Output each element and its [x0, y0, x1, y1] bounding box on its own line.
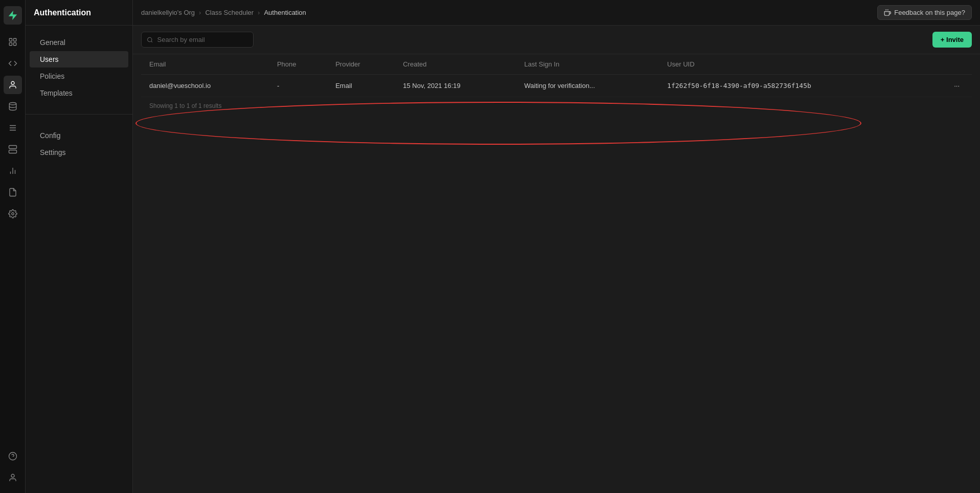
logo-icon[interactable] [4, 6, 22, 25]
breadcrumb-project[interactable]: Class Scheduler [205, 9, 254, 16]
col-header-email: Email [141, 54, 269, 75]
breadcrumb-sep2: › [258, 9, 260, 16]
col-header-phone: Phone [269, 54, 327, 75]
col-header-created: Created [395, 54, 516, 75]
breadcrumb-sep1: › [199, 9, 201, 16]
nav-icon-account[interactable] [4, 468, 22, 487]
nav-icon-editor[interactable] [4, 54, 22, 73]
cell-phone: - [269, 75, 327, 97]
sidebar-item-policies[interactable]: Policies [30, 68, 128, 84]
sidebar-item-users[interactable]: Users [30, 51, 128, 68]
header-bar: danielkellyio's Org › Class Scheduler › … [133, 0, 980, 26]
svg-point-6 [9, 103, 16, 105]
breadcrumb-org[interactable]: danielkellyio's Org [141, 9, 195, 16]
cell-created: 15 Nov, 2021 16:19 [395, 75, 516, 97]
col-header-last-signin: Last Sign In [516, 54, 659, 75]
col-header-uid: User UID [659, 54, 922, 75]
icon-sidebar [0, 0, 26, 493]
page-title: Authentication [26, 0, 132, 26]
svg-point-15 [9, 453, 16, 460]
sidebar-item-general[interactable]: General [30, 34, 128, 51]
cell-last-signin: Waiting for verification... [516, 75, 659, 97]
row-menu-icon[interactable]: ··· [950, 80, 964, 92]
nav-icon-reports[interactable] [4, 183, 22, 201]
nav-icon-settings[interactable] [4, 205, 22, 223]
nav-icon-database[interactable] [4, 97, 22, 116]
breadcrumb: danielkellyio's Org › Class Scheduler › … [141, 9, 306, 16]
svg-marker-0 [8, 11, 17, 20]
feedback-button[interactable]: Feedback on this page? [877, 5, 972, 20]
nav-icon-auth[interactable] [4, 76, 22, 94]
nav-icon-help[interactable] [4, 447, 22, 465]
users-table: Email Phone Provider Created Last Sign I… [141, 54, 972, 97]
invite-button[interactable]: + Invite [932, 32, 972, 48]
nav-icon-storage[interactable] [4, 140, 22, 159]
svg-rect-8 [9, 150, 16, 153]
table-header: Email Phone Provider Created Last Sign I… [141, 54, 972, 75]
invite-label: + Invite [941, 36, 964, 43]
svg-rect-1 [9, 38, 12, 41]
nav-icon-analytics[interactable] [4, 162, 22, 180]
search-box[interactable] [141, 32, 254, 48]
cell-actions[interactable]: ··· [922, 75, 972, 97]
left-sidebar: Authentication General Users Policies Te… [26, 0, 133, 493]
svg-point-5 [11, 81, 14, 84]
svg-rect-2 [13, 38, 16, 41]
toolbar: + Invite [133, 26, 980, 54]
cell-provider: Email [327, 75, 395, 97]
feedback-label: Feedback on this page? [894, 9, 965, 16]
sidebar-item-settings[interactable]: Settings [30, 144, 128, 161]
svg-line-22 [151, 41, 152, 42]
table-container: Email Phone Provider Created Last Sign I… [133, 54, 980, 493]
svg-rect-3 [9, 43, 12, 46]
search-input[interactable] [157, 36, 248, 43]
results-count: Showing 1 to 1 of 1 results [141, 97, 972, 115]
svg-point-21 [148, 37, 152, 41]
nav-icon-functions[interactable] [4, 119, 22, 137]
svg-rect-7 [9, 146, 16, 149]
menu-section-bottom: Config Settings [26, 119, 132, 169]
nav-icon-home[interactable] [4, 33, 22, 51]
svg-point-17 [11, 474, 14, 477]
svg-point-14 [11, 213, 14, 215]
table-body: daniel@vueschool.io - Email 15 Nov, 2021… [141, 75, 972, 97]
cell-email: daniel@vueschool.io [141, 75, 269, 97]
sidebar-item-config[interactable]: Config [30, 127, 128, 144]
col-header-provider: Provider [327, 54, 395, 75]
feedback-icon [884, 9, 891, 16]
search-icon [147, 36, 153, 43]
svg-rect-4 [13, 43, 16, 46]
breadcrumb-current: Authentication [264, 9, 306, 16]
sidebar-item-templates[interactable]: Templates [30, 85, 128, 101]
table-row[interactable]: daniel@vueschool.io - Email 15 Nov, 2021… [141, 75, 972, 97]
col-header-actions [922, 54, 972, 75]
main-content: danielkellyio's Org › Class Scheduler › … [133, 0, 980, 493]
cell-uid: 1f262f50-6f18-4390-af09-a582736f145b [659, 75, 922, 97]
menu-section-main: General Users Policies Templates [26, 26, 132, 110]
